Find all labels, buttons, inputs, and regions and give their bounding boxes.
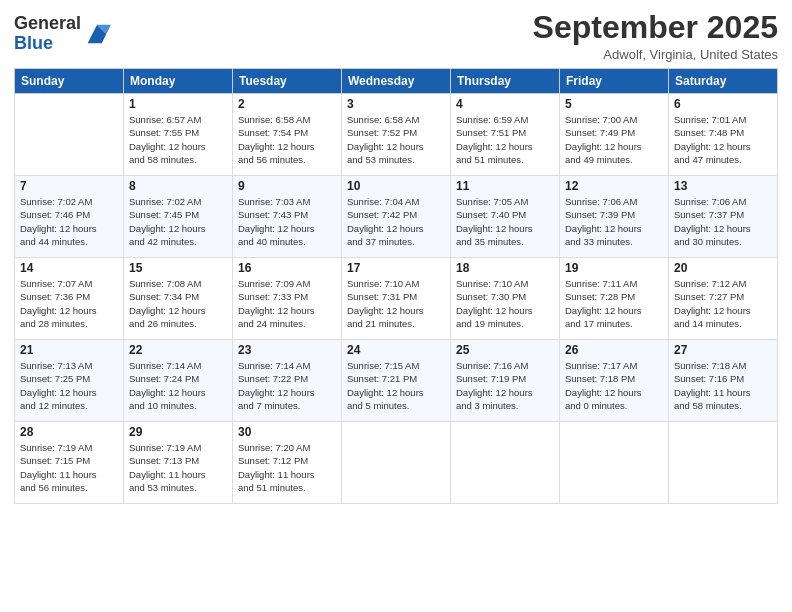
col-wednesday: Wednesday bbox=[342, 69, 451, 94]
main-container: General Blue September 2025 Adwolf, Virg… bbox=[0, 0, 792, 514]
table-row: 11Sunrise: 7:05 AMSunset: 7:40 PMDayligh… bbox=[451, 176, 560, 258]
table-row bbox=[560, 422, 669, 504]
day-info: Sunrise: 7:10 AMSunset: 7:30 PMDaylight:… bbox=[456, 277, 554, 330]
table-row: 15Sunrise: 7:08 AMSunset: 7:34 PMDayligh… bbox=[124, 258, 233, 340]
day-number: 18 bbox=[456, 261, 554, 275]
day-info: Sunrise: 7:11 AMSunset: 7:28 PMDaylight:… bbox=[565, 277, 663, 330]
day-info: Sunrise: 7:20 AMSunset: 7:12 PMDaylight:… bbox=[238, 441, 336, 494]
day-info: Sunrise: 7:15 AMSunset: 7:21 PMDaylight:… bbox=[347, 359, 445, 412]
day-number: 22 bbox=[129, 343, 227, 357]
day-info: Sunrise: 7:02 AMSunset: 7:46 PMDaylight:… bbox=[20, 195, 118, 248]
logo: General Blue bbox=[14, 14, 111, 54]
table-row: 22Sunrise: 7:14 AMSunset: 7:24 PMDayligh… bbox=[124, 340, 233, 422]
col-thursday: Thursday bbox=[451, 69, 560, 94]
logo-text: General Blue bbox=[14, 14, 81, 54]
table-row: 25Sunrise: 7:16 AMSunset: 7:19 PMDayligh… bbox=[451, 340, 560, 422]
day-number: 7 bbox=[20, 179, 118, 193]
day-info: Sunrise: 7:10 AMSunset: 7:31 PMDaylight:… bbox=[347, 277, 445, 330]
day-number: 10 bbox=[347, 179, 445, 193]
day-number: 3 bbox=[347, 97, 445, 111]
day-info: Sunrise: 7:08 AMSunset: 7:34 PMDaylight:… bbox=[129, 277, 227, 330]
table-row: 5Sunrise: 7:00 AMSunset: 7:49 PMDaylight… bbox=[560, 94, 669, 176]
calendar-week-row: 28Sunrise: 7:19 AMSunset: 7:15 PMDayligh… bbox=[15, 422, 778, 504]
day-info: Sunrise: 7:04 AMSunset: 7:42 PMDaylight:… bbox=[347, 195, 445, 248]
day-info: Sunrise: 7:12 AMSunset: 7:27 PMDaylight:… bbox=[674, 277, 772, 330]
calendar-table: Sunday Monday Tuesday Wednesday Thursday… bbox=[14, 68, 778, 504]
table-row: 16Sunrise: 7:09 AMSunset: 7:33 PMDayligh… bbox=[233, 258, 342, 340]
day-info: Sunrise: 7:19 AMSunset: 7:13 PMDaylight:… bbox=[129, 441, 227, 494]
title-block: September 2025 Adwolf, Virginia, United … bbox=[533, 10, 778, 62]
table-row: 18Sunrise: 7:10 AMSunset: 7:30 PMDayligh… bbox=[451, 258, 560, 340]
calendar-week-row: 14Sunrise: 7:07 AMSunset: 7:36 PMDayligh… bbox=[15, 258, 778, 340]
day-number: 23 bbox=[238, 343, 336, 357]
day-info: Sunrise: 7:00 AMSunset: 7:49 PMDaylight:… bbox=[565, 113, 663, 166]
day-number: 17 bbox=[347, 261, 445, 275]
day-number: 19 bbox=[565, 261, 663, 275]
day-number: 30 bbox=[238, 425, 336, 439]
table-row: 28Sunrise: 7:19 AMSunset: 7:15 PMDayligh… bbox=[15, 422, 124, 504]
day-info: Sunrise: 7:03 AMSunset: 7:43 PMDaylight:… bbox=[238, 195, 336, 248]
table-row: 23Sunrise: 7:14 AMSunset: 7:22 PMDayligh… bbox=[233, 340, 342, 422]
col-tuesday: Tuesday bbox=[233, 69, 342, 94]
calendar-header-row: Sunday Monday Tuesday Wednesday Thursday… bbox=[15, 69, 778, 94]
day-info: Sunrise: 7:07 AMSunset: 7:36 PMDaylight:… bbox=[20, 277, 118, 330]
logo-blue: Blue bbox=[14, 33, 53, 53]
table-row: 7Sunrise: 7:02 AMSunset: 7:46 PMDaylight… bbox=[15, 176, 124, 258]
table-row: 24Sunrise: 7:15 AMSunset: 7:21 PMDayligh… bbox=[342, 340, 451, 422]
table-row: 20Sunrise: 7:12 AMSunset: 7:27 PMDayligh… bbox=[669, 258, 778, 340]
day-info: Sunrise: 7:18 AMSunset: 7:16 PMDaylight:… bbox=[674, 359, 772, 412]
day-info: Sunrise: 7:09 AMSunset: 7:33 PMDaylight:… bbox=[238, 277, 336, 330]
calendar-week-row: 7Sunrise: 7:02 AMSunset: 7:46 PMDaylight… bbox=[15, 176, 778, 258]
day-number: 16 bbox=[238, 261, 336, 275]
day-info: Sunrise: 7:19 AMSunset: 7:15 PMDaylight:… bbox=[20, 441, 118, 494]
day-number: 12 bbox=[565, 179, 663, 193]
day-number: 13 bbox=[674, 179, 772, 193]
day-info: Sunrise: 7:13 AMSunset: 7:25 PMDaylight:… bbox=[20, 359, 118, 412]
header: General Blue September 2025 Adwolf, Virg… bbox=[14, 10, 778, 62]
day-number: 11 bbox=[456, 179, 554, 193]
day-info: Sunrise: 6:58 AMSunset: 7:54 PMDaylight:… bbox=[238, 113, 336, 166]
logo-icon bbox=[83, 20, 111, 48]
table-row bbox=[669, 422, 778, 504]
table-row bbox=[451, 422, 560, 504]
table-row: 27Sunrise: 7:18 AMSunset: 7:16 PMDayligh… bbox=[669, 340, 778, 422]
day-number: 29 bbox=[129, 425, 227, 439]
table-row bbox=[15, 94, 124, 176]
table-row: 6Sunrise: 7:01 AMSunset: 7:48 PMDaylight… bbox=[669, 94, 778, 176]
table-row: 1Sunrise: 6:57 AMSunset: 7:55 PMDaylight… bbox=[124, 94, 233, 176]
table-row bbox=[342, 422, 451, 504]
day-info: Sunrise: 7:17 AMSunset: 7:18 PMDaylight:… bbox=[565, 359, 663, 412]
table-row: 4Sunrise: 6:59 AMSunset: 7:51 PMDaylight… bbox=[451, 94, 560, 176]
day-number: 6 bbox=[674, 97, 772, 111]
col-sunday: Sunday bbox=[15, 69, 124, 94]
logo-general: General bbox=[14, 13, 81, 33]
col-friday: Friday bbox=[560, 69, 669, 94]
day-info: Sunrise: 6:58 AMSunset: 7:52 PMDaylight:… bbox=[347, 113, 445, 166]
day-number: 9 bbox=[238, 179, 336, 193]
day-number: 14 bbox=[20, 261, 118, 275]
day-info: Sunrise: 7:06 AMSunset: 7:37 PMDaylight:… bbox=[674, 195, 772, 248]
day-number: 27 bbox=[674, 343, 772, 357]
table-row: 21Sunrise: 7:13 AMSunset: 7:25 PMDayligh… bbox=[15, 340, 124, 422]
day-info: Sunrise: 7:01 AMSunset: 7:48 PMDaylight:… bbox=[674, 113, 772, 166]
day-info: Sunrise: 7:05 AMSunset: 7:40 PMDaylight:… bbox=[456, 195, 554, 248]
day-number: 2 bbox=[238, 97, 336, 111]
table-row: 26Sunrise: 7:17 AMSunset: 7:18 PMDayligh… bbox=[560, 340, 669, 422]
day-info: Sunrise: 7:14 AMSunset: 7:22 PMDaylight:… bbox=[238, 359, 336, 412]
day-info: Sunrise: 7:14 AMSunset: 7:24 PMDaylight:… bbox=[129, 359, 227, 412]
day-number: 24 bbox=[347, 343, 445, 357]
day-number: 4 bbox=[456, 97, 554, 111]
day-number: 5 bbox=[565, 97, 663, 111]
day-number: 21 bbox=[20, 343, 118, 357]
table-row: 10Sunrise: 7:04 AMSunset: 7:42 PMDayligh… bbox=[342, 176, 451, 258]
day-info: Sunrise: 6:59 AMSunset: 7:51 PMDaylight:… bbox=[456, 113, 554, 166]
table-row: 3Sunrise: 6:58 AMSunset: 7:52 PMDaylight… bbox=[342, 94, 451, 176]
col-saturday: Saturday bbox=[669, 69, 778, 94]
table-row: 19Sunrise: 7:11 AMSunset: 7:28 PMDayligh… bbox=[560, 258, 669, 340]
table-row: 17Sunrise: 7:10 AMSunset: 7:31 PMDayligh… bbox=[342, 258, 451, 340]
calendar-week-row: 1Sunrise: 6:57 AMSunset: 7:55 PMDaylight… bbox=[15, 94, 778, 176]
day-number: 8 bbox=[129, 179, 227, 193]
table-row: 14Sunrise: 7:07 AMSunset: 7:36 PMDayligh… bbox=[15, 258, 124, 340]
day-number: 15 bbox=[129, 261, 227, 275]
table-row: 8Sunrise: 7:02 AMSunset: 7:45 PMDaylight… bbox=[124, 176, 233, 258]
